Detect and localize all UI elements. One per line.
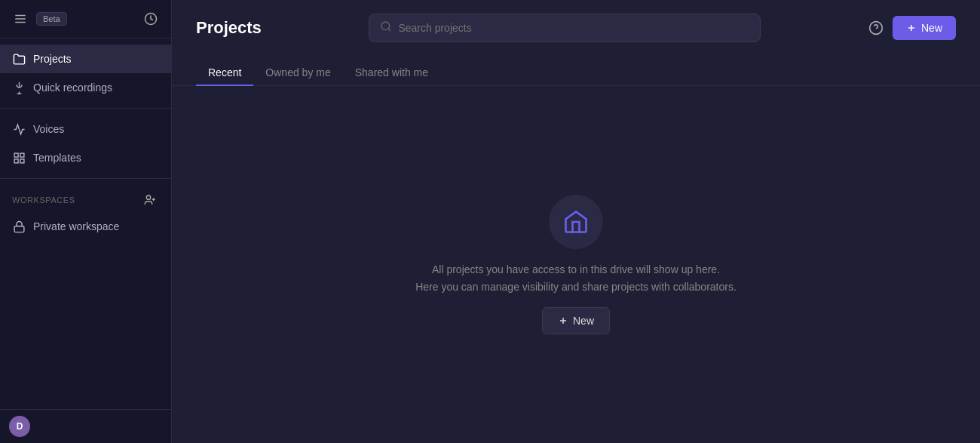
page-title: Projects: [196, 18, 262, 38]
nav-divider-1: [0, 108, 171, 109]
mic-icon: [12, 81, 26, 94]
plus-icon: [558, 315, 568, 326]
svg-rect-14: [14, 226, 24, 232]
sidebar-top-controls: Beta: [11, 9, 67, 29]
waveform-icon: [12, 122, 26, 136]
svg-rect-8: [20, 153, 23, 157]
new-project-button[interactable]: New: [893, 16, 956, 40]
sidebar-header: Beta: [0, 0, 171, 38]
hamburger-button[interactable]: [11, 9, 30, 29]
search-icon: [380, 20, 392, 35]
empty-icon-circle: [549, 195, 603, 249]
nav-divider-2: [0, 178, 171, 179]
tabs-bar: Recent Owned by me Shared with me: [172, 48, 980, 86]
home-icon: [562, 208, 590, 235]
empty-new-button[interactable]: New: [542, 307, 610, 334]
sidebar-item-templates[interactable]: Templates: [0, 143, 171, 172]
sidebar-item-label-projects: Projects: [33, 53, 72, 65]
sidebar-item-label-quick-recordings: Quick recordings: [33, 82, 112, 94]
search-bar[interactable]: [369, 14, 761, 42]
tab-owned-by-me[interactable]: Owned by me: [253, 60, 342, 86]
tab-shared-with-me[interactable]: Shared with me: [343, 60, 440, 86]
svg-rect-9: [14, 158, 18, 162]
empty-new-button-label: New: [573, 315, 594, 327]
empty-text-line1: All projects you have access to in this …: [415, 261, 737, 278]
main-header: Projects: [172, 0, 980, 42]
new-button-label: New: [921, 22, 942, 34]
header-right: New: [868, 16, 956, 40]
avatar[interactable]: D: [9, 416, 30, 437]
clock-icon[interactable]: [141, 9, 161, 29]
beta-badge: Beta: [36, 12, 67, 26]
sidebar-item-label-templates: Templates: [33, 152, 81, 164]
main-content: Projects: [172, 0, 980, 443]
sidebar-item-private-workspace[interactable]: Private workspace: [0, 212, 171, 241]
sidebar-footer: D: [0, 409, 171, 443]
empty-text: All projects you have access to in this …: [415, 261, 737, 295]
svg-rect-10: [20, 158, 23, 162]
sidebar: Beta Projects: [0, 0, 172, 443]
empty-text-line2: Here you can manage visibility and share…: [415, 278, 737, 295]
add-user-button[interactable]: [141, 191, 159, 209]
sidebar-item-label-voices: Voices: [33, 123, 64, 135]
workspaces-label: Workspaces: [12, 195, 75, 205]
svg-rect-7: [14, 153, 18, 157]
folder-icon: [12, 52, 26, 66]
lock-icon: [12, 220, 26, 233]
svg-point-11: [146, 195, 150, 199]
svg-line-16: [389, 29, 391, 31]
search-input[interactable]: [398, 22, 749, 34]
sidebar-item-label-private-workspace: Private workspace: [33, 220, 119, 232]
grid-icon: [12, 151, 26, 165]
empty-state: All projects you have access to in this …: [172, 86, 980, 443]
tab-recent[interactable]: Recent: [196, 60, 253, 86]
help-button[interactable]: [868, 20, 884, 35]
sidebar-item-quick-recordings[interactable]: Quick recordings: [0, 73, 171, 102]
sidebar-navigation: Projects Quick recordings Voice: [0, 38, 171, 409]
sidebar-item-projects[interactable]: Projects: [0, 45, 171, 73]
sidebar-item-voices[interactable]: Voices: [0, 115, 171, 143]
svg-point-15: [381, 22, 390, 30]
